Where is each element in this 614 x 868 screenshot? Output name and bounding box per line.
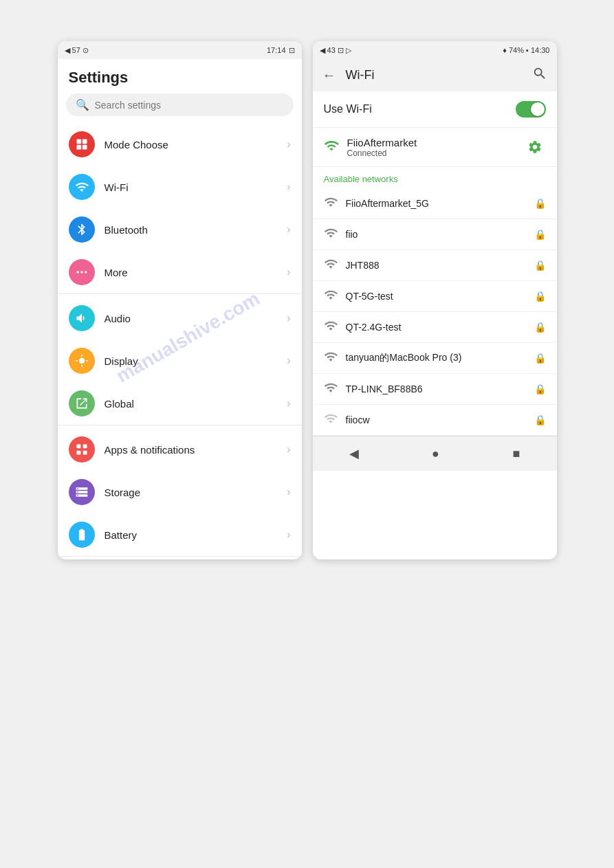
status-bar-left: ◀ 57 ⊙ <box>65 46 89 55</box>
use-wifi-toggle[interactable] <box>516 101 546 118</box>
nav-back-button[interactable]: ◀ <box>338 443 370 464</box>
wifi-signal-icon <box>324 350 338 366</box>
network-item[interactable]: JHT888 🔒 <box>313 250 557 281</box>
network-name: fiio <box>346 229 526 240</box>
chevron-icon: › <box>287 397 290 410</box>
settings-group-1: Mode Choose › Wi-Fi › Bluetooth <box>58 123 302 294</box>
wifi-signal-icon <box>324 412 338 428</box>
settings-item-apps[interactable]: Apps & notifications › <box>58 428 302 471</box>
battery-label: Battery <box>105 529 278 541</box>
network-name: TP-LINK_BF88B6 <box>346 383 526 394</box>
network-name: JHT888 <box>346 260 526 271</box>
network-settings-button[interactable] <box>524 136 546 158</box>
connected-wifi-icon <box>324 138 339 156</box>
network-name: QT-2.4G-test <box>346 322 526 333</box>
use-wifi-label: Use Wi-Fi <box>324 103 516 115</box>
settings-item-bluetooth[interactable]: Bluetooth › <box>58 208 302 251</box>
bluetooth-label: Bluetooth <box>105 224 278 236</box>
network-item[interactable]: QT-5G-test 🔒 <box>313 281 557 312</box>
chevron-icon: › <box>287 138 290 151</box>
chevron-icon: › <box>287 528 290 541</box>
chevron-icon: › <box>287 223 290 236</box>
network-name: fiiocw <box>346 414 526 425</box>
wifi-content: Use Wi-Fi FiioAftermarket Connected Avai… <box>313 91 557 436</box>
global-label: Global <box>105 398 278 410</box>
svg-rect-10 <box>83 451 87 455</box>
svg-rect-7 <box>76 445 80 449</box>
wifi-status-left-text: ◀ 43 ⊡ ▷ <box>320 46 351 55</box>
search-button[interactable] <box>532 66 547 85</box>
svg-rect-1 <box>82 140 87 144</box>
network-item[interactable]: fiiocw 🔒 <box>313 405 557 436</box>
network-name: tanyuan的MacBook Pro (3) <box>346 352 526 364</box>
bluetooth-icon <box>69 216 95 243</box>
battery-icon <box>69 522 95 548</box>
wifi-phone: ◀ 43 ⊡ ▷ ♦ 74% ▪ 14:30 ← Wi-Fi Use Wi-Fi <box>313 41 557 559</box>
svg-point-4 <box>76 271 78 273</box>
settings-item-battery[interactable]: Battery › <box>58 513 302 556</box>
network-name: QT-5G-test <box>346 291 526 302</box>
network-name: FiioAftermarket_5G <box>346 198 526 209</box>
chevron-icon: › <box>287 443 290 456</box>
wifi-signal-icon <box>324 195 338 212</box>
chevron-icon: › <box>287 181 290 193</box>
lock-icon: 🔒 <box>534 260 546 271</box>
chevron-icon: › <box>287 486 290 498</box>
chevron-icon: › <box>287 266 290 278</box>
display-label: Display <box>105 355 278 367</box>
connected-network-row[interactable]: FiioAftermarket Connected <box>313 128 557 167</box>
lock-icon: 🔒 <box>534 383 546 394</box>
settings-item-display[interactable]: Display › <box>58 340 302 382</box>
settings-title: Settings <box>58 59 302 93</box>
chevron-icon: › <box>287 312 290 324</box>
wifi-signal-icon <box>324 226 338 243</box>
network-item[interactable]: fiio 🔒 <box>313 219 557 250</box>
settings-item-wifi[interactable]: Wi-Fi › <box>58 166 302 208</box>
settings-item-storage[interactable]: Storage › <box>58 471 302 513</box>
network-item[interactable]: tanyuan的MacBook Pro (3) 🔒 <box>313 343 557 374</box>
back-button[interactable]: ← <box>322 67 336 83</box>
settings-item-global[interactable]: Global › <box>58 382 302 425</box>
svg-rect-9 <box>76 451 80 455</box>
more-icon <box>69 259 95 285</box>
svg-rect-3 <box>82 145 87 150</box>
network-item[interactable]: TP-LINK_BF88B6 🔒 <box>313 374 557 405</box>
svg-point-6 <box>85 271 87 273</box>
network-list: FiioAftermarket_5G 🔒 fiio 🔒 JHT888 <box>313 188 557 436</box>
apps-icon <box>69 436 95 463</box>
network-item[interactable]: FiioAftermarket_5G 🔒 <box>313 188 557 219</box>
mode-choose-label: Mode Choose <box>105 139 278 151</box>
wifi-status-right: ♦ 74% ▪ 14:30 <box>503 46 549 54</box>
lock-icon: 🔒 <box>534 322 546 333</box>
connected-network-status: Connected <box>347 148 516 158</box>
svg-point-5 <box>80 271 83 273</box>
wifi-status-right-text: ♦ 74% ▪ 14:30 <box>503 46 549 54</box>
search-icon: 🔍 <box>76 98 89 111</box>
storage-label: Storage <box>105 487 278 498</box>
wifi-signal-icon <box>324 257 338 274</box>
nav-home-button[interactable]: ● <box>421 444 450 464</box>
wifi-status-bar: ◀ 43 ⊡ ▷ ♦ 74% ▪ 14:30 <box>313 41 557 59</box>
svg-rect-2 <box>76 145 81 150</box>
nav-bar: ◀ ● ■ <box>313 436 557 471</box>
search-input[interactable] <box>95 100 284 111</box>
wifi-settings-icon <box>69 174 95 200</box>
svg-rect-8 <box>83 445 87 449</box>
connected-info: FiioAftermarket Connected <box>347 137 516 158</box>
audio-icon <box>69 305 95 331</box>
wifi-signal-icon <box>324 319 338 335</box>
wifi-status-left: ◀ 43 ⊡ ▷ <box>320 46 351 55</box>
settings-item-mode-choose[interactable]: Mode Choose › <box>58 123 302 166</box>
settings-group-2: Audio › Display › Global › <box>58 297 302 425</box>
lock-icon: 🔒 <box>534 198 546 209</box>
settings-item-audio[interactable]: Audio › <box>58 297 302 340</box>
status-right-icons: ⊡ <box>289 46 295 55</box>
settings-item-more[interactable]: More › <box>58 251 302 293</box>
search-bar[interactable]: 🔍 <box>66 93 294 116</box>
nav-recent-button[interactable]: ■ <box>501 444 531 464</box>
network-item[interactable]: QT-2.4G-test 🔒 <box>313 312 557 343</box>
settings-phone: ◀ 57 ⊙ 17:14 ⊡ Settings 🔍 <box>58 41 302 559</box>
lock-icon: 🔒 <box>534 353 546 364</box>
status-left-text: ◀ 57 ⊙ <box>65 46 89 55</box>
chevron-icon: › <box>287 355 290 367</box>
